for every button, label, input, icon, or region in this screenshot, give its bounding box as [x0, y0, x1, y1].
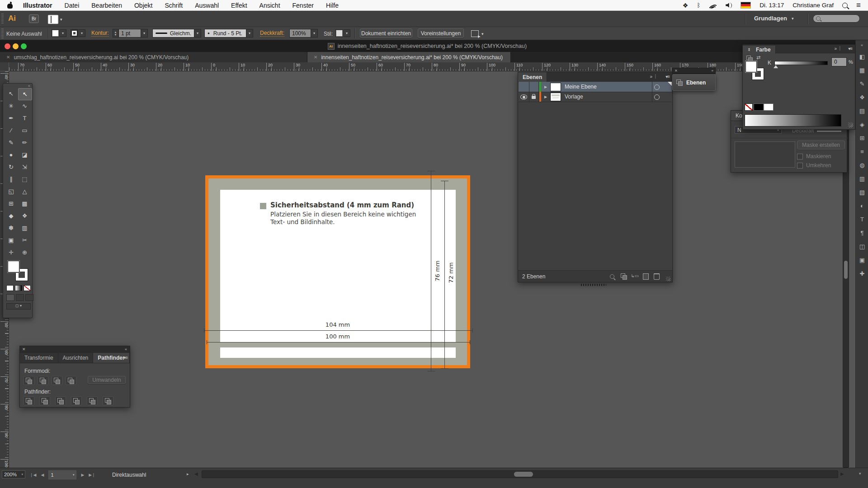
- isolate-selected-object-button[interactable]: ▾: [471, 30, 484, 37]
- lock-icon[interactable]: [532, 96, 536, 99]
- tool-paintbrush-tool[interactable]: ✎: [5, 137, 18, 148]
- dropbox-icon[interactable]: ❖: [683, 2, 689, 9]
- prev-artboard-button[interactable]: ◀: [41, 473, 44, 477]
- opacity-field[interactable]: 100%: [289, 29, 311, 38]
- tool-line-tool[interactable]: ∕: [5, 125, 18, 136]
- close-tab-icon[interactable]: ✕: [6, 55, 10, 60]
- next-artboard-button[interactable]: ▶: [81, 473, 84, 477]
- tool-width-tool[interactable]: ∥: [5, 174, 18, 185]
- make-clipping-mask-icon[interactable]: [621, 273, 627, 279]
- workspace-switcher[interactable]: Grundlagen ▾: [754, 15, 793, 22]
- tab-ausrichten[interactable]: Ausrichten: [58, 353, 94, 363]
- layer-target-icon[interactable]: [654, 94, 660, 100]
- draw-inside-button[interactable]: [25, 294, 33, 301]
- variable-width-profile[interactable]: Gleichm.: [152, 29, 194, 38]
- stroke-weight-label[interactable]: Kontur:: [91, 30, 109, 37]
- menubar-user[interactable]: Christiane Graf: [793, 2, 834, 9]
- gradient-mode-button[interactable]: [15, 285, 22, 291]
- stroke-weight-dropdown[interactable]: ▾: [141, 29, 148, 38]
- scroll-left-icon[interactable]: ◀: [194, 471, 198, 476]
- gradient-panel-icon[interactable]: ▧: [856, 187, 868, 198]
- stroke-color-swatch[interactable]: [71, 29, 78, 37]
- appbar-grip[interactable]: [1, 14, 4, 24]
- menu-fenster[interactable]: Fenster: [292, 2, 314, 9]
- screen-mode-button[interactable]: ▢ ▾: [6, 303, 31, 310]
- tool-direct-selection-tool[interactable]: ↖: [18, 88, 32, 100]
- tool-pencil-tool[interactable]: ✏: [18, 137, 31, 148]
- horizontal-ruler[interactable]: 7060504030201001020304050607080901001101…: [9, 62, 868, 71]
- arrange-documents-button[interactable]: ▾: [48, 15, 62, 24]
- new-layer-icon[interactable]: [643, 273, 649, 280]
- collapse-panel-icon[interactable]: «: [125, 347, 127, 352]
- clip-checkbox-row[interactable]: Maskieren: [797, 153, 831, 160]
- layer-row-vorlage[interactable]: ▶ Vorlage: [519, 92, 672, 102]
- tool-artboard-tool[interactable]: ▣: [5, 235, 18, 246]
- panel-drag-dots[interactable]: [581, 284, 606, 286]
- opacity-slider[interactable]: [817, 131, 841, 132]
- vertical-scroll-thumb[interactable]: [844, 261, 848, 279]
- layer-name[interactable]: Meine Ebene: [565, 84, 597, 90]
- menu-objekt[interactable]: Objekt: [134, 2, 152, 9]
- white-swatch[interactable]: [764, 103, 774, 111]
- canvas-horizontal-scrollbar[interactable]: [202, 470, 838, 478]
- fill-color-swatch[interactable]: [52, 29, 59, 37]
- variable-width-dropdown[interactable]: ▾: [194, 29, 201, 38]
- last-artboard-button[interactable]: ▶❘: [89, 473, 95, 477]
- tab-umschlag[interactable]: ✕ umschlag_haftnotizen_reiseversicherung…: [0, 52, 307, 62]
- resize-grip[interactable]: [848, 122, 853, 127]
- layer-thumbnail[interactable]: [550, 93, 561, 101]
- horizontal-scroll-thumb[interactable]: [514, 472, 533, 477]
- none-swatch[interactable]: [745, 103, 753, 111]
- pathfinder-panel-icon[interactable]: ◍: [856, 160, 868, 171]
- panel-menu-icon[interactable]: ▾≡: [123, 355, 127, 360]
- close-panel-icon[interactable]: ✕: [22, 347, 26, 352]
- menu-auswahl[interactable]: Auswahl: [195, 2, 219, 9]
- fill-proxy-swatch[interactable]: [745, 61, 757, 72]
- brush-definition-dropdown[interactable]: ▾: [246, 29, 253, 38]
- tool-eraser-tool[interactable]: ◪: [18, 149, 31, 160]
- draw-normal-button[interactable]: [6, 294, 14, 301]
- fill-color-dropdown[interactable]: ▾: [60, 29, 66, 37]
- document-setup-button[interactable]: Dokument einrichten: [360, 28, 412, 38]
- tool-type-tool[interactable]: T: [18, 113, 31, 124]
- shape-mode-exclude-button[interactable]: [66, 376, 76, 385]
- layers-panel-icon[interactable]: ◫: [856, 241, 868, 252]
- tool-perspective-grid-tool[interactable]: △: [18, 186, 31, 197]
- pathfinder-minus-back-button[interactable]: [103, 396, 113, 405]
- scroll-right-icon[interactable]: ▶: [840, 471, 844, 476]
- tool-blend-tool[interactable]: ❖: [18, 210, 31, 221]
- tab-transformieren[interactable]: Transformie: [20, 353, 58, 363]
- menu-effekt[interactable]: Effekt: [231, 2, 247, 9]
- tool-mesh-tool[interactable]: ⊞: [5, 198, 18, 209]
- tool-rotate-tool[interactable]: ↻: [5, 161, 18, 173]
- zoom-level-field[interactable]: 200%▾: [2, 470, 25, 479]
- pathfinder-trim-button[interactable]: [39, 396, 50, 405]
- spotlight-icon[interactable]: [842, 3, 848, 8]
- wifi-icon[interactable]: [709, 2, 717, 8]
- collapse-panel-icon[interactable]: »: [650, 74, 652, 79]
- expand-dock-icon[interactable]: »: [712, 69, 713, 73]
- stroke-color-dropdown[interactable]: ▾: [79, 29, 85, 37]
- eye-icon[interactable]: [520, 94, 527, 99]
- preferences-button[interactable]: Voreinstellungen: [418, 28, 464, 38]
- german-flag-input-icon[interactable]: [741, 2, 751, 9]
- tool-selection-tool[interactable]: ↖: [5, 88, 18, 99]
- layer-name[interactable]: Vorlage: [565, 94, 583, 100]
- visibility-cell[interactable]: [519, 82, 529, 92]
- expand-layer-icon[interactable]: ▶: [544, 85, 547, 89]
- collapse-panel-icon[interactable]: »: [834, 46, 837, 51]
- stroke-weight-stepper[interactable]: ▲▼: [113, 29, 118, 38]
- k-slider[interactable]: [774, 61, 828, 65]
- ruler-origin-corner[interactable]: [0, 62, 9, 71]
- invert-checkbox[interactable]: [797, 163, 803, 169]
- pathfinder-crop-button[interactable]: [71, 396, 82, 405]
- tool-gradient-tool[interactable]: ▩: [18, 198, 31, 209]
- tool-blob-brush-tool[interactable]: ●: [5, 149, 18, 160]
- menu-illustrator[interactable]: Illustrator: [23, 2, 52, 9]
- tool-column-graph-tool[interactable]: ▥: [18, 222, 31, 234]
- create-sublayer-icon[interactable]: ↳▭: [631, 273, 639, 278]
- opacity-dropdown[interactable]: ▾: [311, 29, 318, 38]
- symbols-panel-icon[interactable]: ❖: [856, 92, 868, 103]
- tools-fill-swatch[interactable]: [8, 261, 19, 272]
- menu-bearbeiten[interactable]: Bearbeiten: [91, 2, 122, 9]
